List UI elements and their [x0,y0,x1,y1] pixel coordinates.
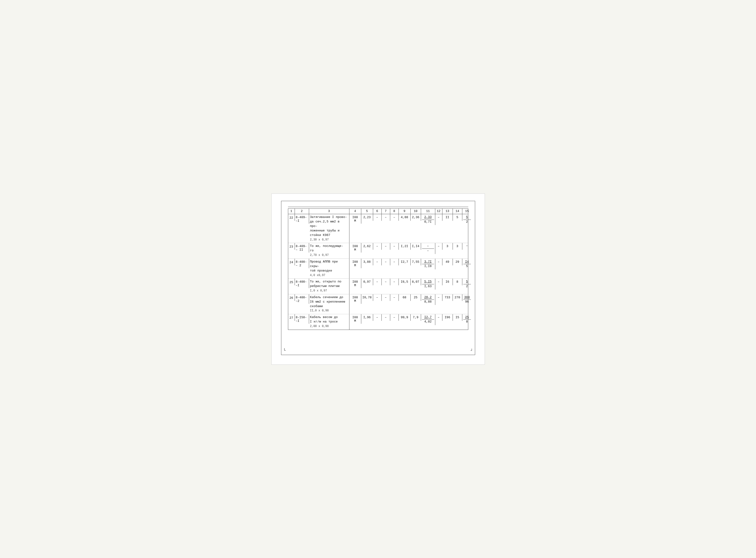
row-c7: – [382,259,390,265]
row-code: 8-400- – 2 [295,259,309,268]
table-row: 238-409- – IIТо же, последующе-го2,70 x … [288,243,468,259]
row-c6: – [373,294,382,301]
table-row: 258-400- –IТо же, открыто поребристым пл… [288,279,468,294]
row-code: 8-409- –I [295,214,309,224]
row-c15: – [462,243,472,250]
col-15: 15 [462,209,472,214]
row-desc: Кабель сечением доI6 мм2 с креплениемско… [309,294,349,314]
col-8: 8 [390,209,399,214]
table-row: 248-400- – 2Провод АППВ при скры-той про… [288,259,468,279]
row-c13: I96 [443,314,453,321]
row-c9: I6,5 [399,279,411,285]
row-desc: То же, последующе-го2,70 x 0,97 [309,243,349,258]
col-9: 9 [399,209,411,214]
row-c8: – [390,243,399,250]
row-code: 8-400- –2 [295,294,309,304]
row-c14: 5 [453,214,462,221]
row-unit: I00 М [349,243,361,253]
row-num: 23 [288,243,295,250]
row-c7: – [382,294,390,301]
col-7: 7 [382,209,390,214]
row-c5: I0,78 [361,294,373,301]
row-c5: 2,62 [361,243,373,250]
row-c6: – [373,279,382,285]
row-c5: 0,97 [361,279,373,285]
row-desc: Затягивание I прово-да сеч.2,5 мм2 в про… [309,214,349,243]
row-c12: – [435,294,443,301]
row-desc: Кабель весом доI кг/м на тросе2,00 x 0,9… [309,314,349,330]
row-c15: 258 [462,314,472,325]
row-c13: 733 [443,294,453,301]
row-c8: – [390,259,399,265]
row-c13: II [443,214,453,221]
row-desc: То же, открыто поребристым плитамI,0 x 0… [309,279,349,294]
row-c7: – [382,279,390,285]
row-c10: 8,07 [411,279,421,285]
row-num: 26 [288,294,295,301]
row-c8: – [390,294,399,301]
page-border: 1 2 3 4 5 6 7 8 9 10 11 12 13 14 15 228-… [281,201,475,355]
row-num: 27 [288,314,295,321]
row-c9: I2,7 [399,259,411,265]
col-13: 13 [443,209,453,214]
col-6: 6 [373,209,382,214]
row-c11: 3,7II,I8 [421,259,435,270]
row-c6: – [373,259,382,265]
bottom-left-mark: └ [283,348,286,353]
row-c11: –– [421,243,435,254]
row-unit: I00 М [349,294,361,304]
row-c13: I6 [443,279,453,285]
doc-header [288,206,468,207]
row-c9: I,2I [399,243,411,250]
row-c12: – [435,279,443,285]
col-11: 11 [421,209,435,214]
row-c10: 7,9 [411,314,421,321]
col-4: 4 [349,209,361,214]
row-c15: 30496 [462,294,472,305]
column-headers: 1 2 3 4 5 6 7 8 9 10 11 12 13 14 15 [288,208,468,214]
row-c14: 29 [453,259,462,265]
row-c11: 5,I5I,63 [421,279,435,289]
row-c12: – [435,314,443,321]
row-c6: – [373,314,382,321]
row-c14: I5 [453,314,462,321]
row-c10: 25 [411,294,421,301]
table-row: 268-400- –2Кабель сечением доI6 мм2 с кр… [288,294,468,314]
row-c14: 270 [453,294,462,301]
col-2: 2 [295,209,309,214]
row-code: 8-400- –I [295,279,309,288]
col-5: 5 [361,209,373,214]
row-num: 25 [288,279,295,285]
row-c9: 99,9 [399,314,411,321]
row-unit: I00 М [349,314,361,324]
row-c12: – [435,259,443,265]
page: 1 2 3 4 5 6 7 8 9 10 11 12 13 14 15 228-… [271,194,485,365]
row-unit: I00 М [349,259,361,268]
row-c12: – [435,214,443,221]
row-c9: 68 [399,294,411,301]
row-c11: 28,28,88 [421,294,435,305]
row-num: 22 [288,214,295,221]
row-c13: 49 [443,259,453,265]
row-c11: I2,74,02 [421,314,435,325]
row-c8: – [390,314,399,321]
table-row: 228-409- –IЗатягивание I прово-да сеч.2,… [288,214,468,243]
row-unit: I00 М [349,214,361,224]
row-c5: I,96 [361,314,373,321]
row-c7: – [382,214,390,221]
row-num: 24 [288,259,295,265]
row-c8: – [390,214,399,221]
row-c13: 3 [443,243,453,250]
row-c7: – [382,243,390,250]
row-c11: 2,330,7I [421,214,435,225]
row-c10: I,I4 [411,243,421,250]
row-c10: 7,55 [411,259,421,265]
row-c14: 3 [453,243,462,250]
row-code: 8-I50- –I [295,314,309,324]
col-12: 12 [435,209,443,214]
col-1: 1 [288,209,295,214]
row-c6: – [373,243,382,250]
bottom-right-mark: ┘ [471,349,473,353]
col-3: 3 [309,209,349,214]
row-c12: – [435,243,443,250]
